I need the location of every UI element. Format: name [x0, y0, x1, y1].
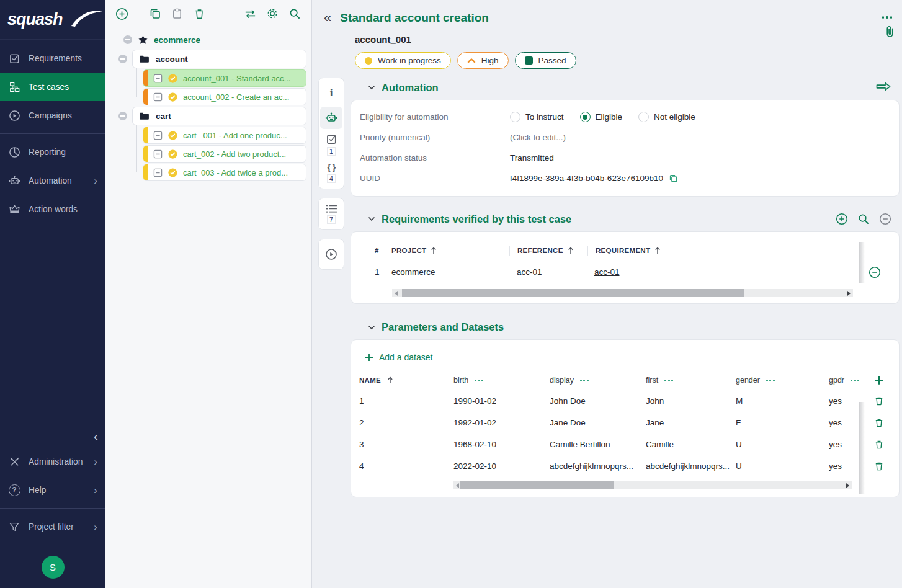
tab-executions[interactable] — [320, 243, 342, 265]
settings-gear-button[interactable] — [266, 7, 279, 20]
importance-bar — [143, 146, 148, 162]
column-header-display[interactable]: display — [550, 376, 646, 385]
status-badge-work-in-progress[interactable]: Work in progress — [355, 52, 451, 69]
sidebar-item-reporting[interactable]: Reporting — [0, 138, 105, 166]
search-requirement-button[interactable] — [857, 213, 870, 225]
delete-dataset-button[interactable] — [874, 439, 884, 450]
badge-label: Work in progress — [378, 56, 441, 65]
cell-first: John — [646, 396, 736, 406]
sidebar-item-help[interactable]: ? Help › — [0, 476, 105, 504]
attachment-paperclip-icon[interactable] — [885, 25, 895, 38]
collapse-panel-icon[interactable]: « — [324, 11, 331, 25]
copy-uuid-icon[interactable] — [669, 174, 678, 183]
scroll-left-arrow[interactable] — [456, 483, 459, 488]
delete-dataset-button[interactable] — [874, 461, 884, 471]
collapse-toggle-icon[interactable] — [123, 35, 132, 44]
copy-button[interactable] — [149, 7, 162, 20]
column-menu-icon[interactable] — [766, 380, 775, 381]
column-header-gpdr[interactable]: gpdr — [829, 376, 874, 385]
tab-information[interactable]: i — [320, 82, 342, 104]
scroll-left-arrow[interactable] — [395, 291, 398, 296]
sidebar-bottom: Administration › ? Help › Project filter… — [0, 447, 105, 588]
paste-button[interactable] — [171, 7, 184, 20]
user-avatar[interactable]: S — [42, 556, 65, 579]
tab-parameters[interactable]: { } 4 — [320, 160, 342, 185]
scrollbar-thumb[interactable] — [402, 289, 744, 297]
collapse-toggle-icon[interactable] — [118, 112, 127, 120]
sidebar-item-administration[interactable]: Administration › — [0, 447, 105, 476]
folder-cart[interactable]: cart — [132, 107, 306, 125]
app-logo[interactable]: squash — [0, 0, 105, 40]
sidebar-item-action-words[interactable]: Action words — [0, 195, 105, 223]
priority-editable-value[interactable]: (Click to edit...) — [510, 133, 566, 142]
link-requirement-button[interactable] — [836, 213, 848, 225]
horizontal-scrollbar[interactable] — [392, 289, 853, 297]
swap-arrows-button[interactable] — [244, 7, 257, 20]
delete-button[interactable] — [194, 7, 207, 20]
transmit-arrow-icon[interactable] — [875, 81, 891, 94]
more-options-icon[interactable] — [882, 16, 893, 19]
sidebar-item-label: Campaigns — [29, 111, 72, 120]
field-label: Eligibility for automation — [360, 112, 510, 122]
tree-case-cart-003[interactable]: cart_003 - Add twice a prod... — [143, 164, 306, 181]
sections-column: Automation Eligibility for automation To… — [351, 78, 902, 588]
column-header-reference[interactable]: REFERENCE — [517, 247, 587, 254]
tree-case-account-001[interactable]: account_001 - Standard acc... — [143, 69, 306, 87]
cell-display: Jane Doe — [550, 418, 646, 427]
radio-not-eligible[interactable]: Not eligible — [638, 112, 695, 122]
tree-case-cart-001[interactable]: cart _001 - Add one produc... — [143, 127, 306, 144]
radio-eligible[interactable]: Eligible — [580, 112, 623, 122]
column-header-gender[interactable]: gender — [736, 376, 829, 385]
horizontal-scrollbar[interactable] — [453, 481, 852, 489]
scroll-right-arrow[interactable] — [846, 483, 849, 488]
radio-to-instruct[interactable]: To instruct — [510, 112, 564, 122]
tree-folder-row: account — [118, 50, 306, 68]
chevron-down-icon[interactable] — [368, 85, 375, 90]
add-node-button[interactable] — [115, 7, 128, 20]
sidebar-item-campaigns[interactable]: Campaigns — [0, 101, 105, 130]
unlink-requirement-button[interactable] — [879, 213, 891, 225]
case-label: cart _001 - Add one produc... — [183, 131, 287, 140]
sidebar-item-test-cases[interactable]: Test cases — [0, 73, 105, 101]
detach-requirement-button[interactable] — [869, 266, 881, 278]
column-header-first[interactable]: first — [646, 376, 736, 385]
tab-verified-requirements[interactable]: 1 — [320, 131, 342, 158]
requirement-link[interactable]: acc-01 — [594, 267, 620, 277]
datasets-panel: Add a dataset NAME birth display — [351, 339, 900, 497]
collapse-toggle-icon[interactable] — [118, 55, 127, 63]
star-icon — [138, 35, 148, 45]
project-name[interactable]: ecommerce — [154, 35, 200, 45]
column-header-requirement[interactable]: REQUIREMENT — [596, 247, 661, 254]
delete-dataset-button[interactable] — [874, 417, 884, 428]
importance-badge-high[interactable]: High — [457, 52, 509, 69]
chevron-down-icon[interactable] — [368, 325, 375, 330]
sidebar-item-automation[interactable]: Automation › — [0, 166, 105, 195]
status-check-icon — [168, 168, 177, 177]
scrollbar-thumb[interactable] — [460, 481, 614, 489]
scroll-right-arrow[interactable] — [847, 291, 851, 296]
tab-steps[interactable]: 7 — [320, 202, 342, 226]
column-menu-icon[interactable] — [475, 380, 483, 381]
column-header-birth[interactable]: birth — [453, 376, 550, 385]
search-button[interactable] — [288, 7, 301, 20]
case-label: cart_002 - Add two product... — [183, 149, 286, 159]
delete-dataset-button[interactable] — [874, 396, 884, 406]
tree-case-account-002[interactable]: account_002 - Create an ac... — [143, 88, 306, 105]
sidebar-collapse-icon[interactable]: ‹ — [94, 429, 98, 442]
tree-case-cart-002[interactable]: cart_002 - Add two product... — [143, 145, 306, 163]
column-menu-icon[interactable] — [664, 380, 673, 381]
add-parameter-button[interactable] — [874, 375, 884, 385]
column-menu-icon[interactable] — [580, 380, 589, 381]
execution-badge-passed[interactable]: Passed — [515, 52, 576, 69]
column-menu-icon[interactable] — [851, 380, 859, 381]
sidebar-item-project-filter[interactable]: Project filter › — [0, 512, 105, 541]
add-dataset-button[interactable]: Add a dataset — [365, 352, 432, 362]
folder-account[interactable]: account — [132, 50, 306, 68]
column-header-project[interactable]: PROJECT — [391, 247, 509, 254]
chevron-down-icon[interactable] — [368, 216, 375, 221]
sidebar-item-requirements[interactable]: Requirements — [0, 44, 105, 73]
column-header-num[interactable]: # — [375, 247, 391, 254]
tab-automation[interactable] — [320, 107, 342, 129]
column-header-name[interactable]: NAME — [359, 376, 453, 384]
test-cases-tree-icon — [8, 81, 20, 93]
